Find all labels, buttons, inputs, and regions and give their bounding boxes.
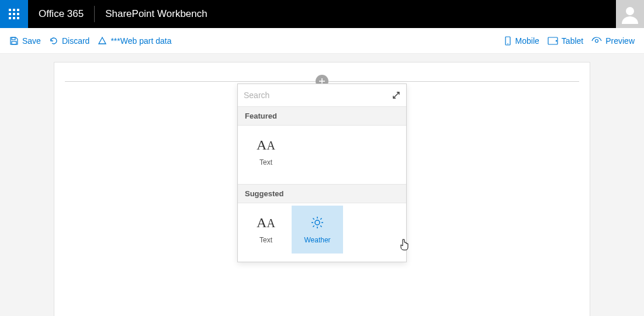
svg-point-7 (595, 39, 598, 42)
expand-icon (392, 91, 400, 99)
search-input[interactable] (244, 91, 392, 100)
mobile-label: Mobile (515, 36, 539, 46)
triangle-icon (98, 36, 107, 46)
account-avatar[interactable] (616, 0, 644, 28)
svg-line-16 (313, 218, 314, 220)
tablet-icon (548, 37, 558, 45)
webpart-toolbox: Featured AA Text Suggested AA Text (237, 84, 407, 262)
svg-rect-1 (12, 37, 15, 40)
svg-point-0 (626, 7, 634, 15)
featured-header: Featured (238, 106, 406, 126)
preview-label: Preview (605, 36, 635, 46)
webpart-item-label: Weather (304, 236, 330, 244)
webpart-item-label: Text (259, 158, 272, 166)
suite-bar: Office 365 SharePoint Workbench (0, 0, 644, 28)
webpart-data-label: ***Web part data (110, 36, 171, 46)
svg-line-18 (313, 225, 314, 227)
person-icon (620, 4, 640, 24)
svg-rect-2 (12, 41, 16, 44)
brand-label: Office 365 (28, 8, 94, 20)
svg-point-11 (315, 220, 320, 225)
mobile-button[interactable]: Mobile (504, 36, 539, 46)
svg-point-6 (556, 40, 556, 41)
svg-line-19 (320, 218, 321, 220)
expand-toolbox-button[interactable] (392, 91, 400, 99)
save-label: Save (22, 36, 41, 46)
undo-icon (49, 36, 58, 46)
webpart-item-text[interactable]: AA Text (240, 206, 292, 254)
discard-button[interactable]: Discard (49, 36, 89, 46)
eye-icon (591, 37, 602, 45)
webpart-item-label: Text (259, 236, 272, 244)
mobile-icon (504, 36, 512, 46)
tablet-button[interactable]: Tablet (548, 36, 583, 46)
svg-line-17 (320, 225, 321, 227)
webpart-item-weather[interactable]: Weather (292, 206, 343, 254)
webpart-item-text[interactable]: AA Text (240, 128, 292, 176)
save-button[interactable]: Save (9, 36, 41, 46)
app-launcher-button[interactable] (0, 0, 28, 28)
sun-icon (310, 215, 324, 230)
webpart-data-button[interactable]: ***Web part data (98, 36, 171, 46)
text-icon: AA (257, 215, 275, 230)
waffle-icon (9, 9, 19, 19)
save-icon (9, 36, 19, 46)
tablet-label: Tablet (562, 36, 583, 46)
page-canvas: Featured AA Text Suggested AA Text (54, 62, 590, 316)
featured-grid: AA Text (238, 126, 406, 184)
text-icon: AA (257, 137, 275, 152)
discard-label: Discard (62, 36, 89, 46)
app-title: SharePoint Workbench (95, 8, 218, 20)
suggested-header: Suggested (238, 184, 406, 203)
command-bar: Save Discard ***Web part data Mobile Tab… (0, 28, 644, 54)
preview-button[interactable]: Preview (591, 36, 635, 46)
svg-line-10 (393, 92, 399, 98)
suggested-grid: AA Text Weather (238, 203, 406, 262)
